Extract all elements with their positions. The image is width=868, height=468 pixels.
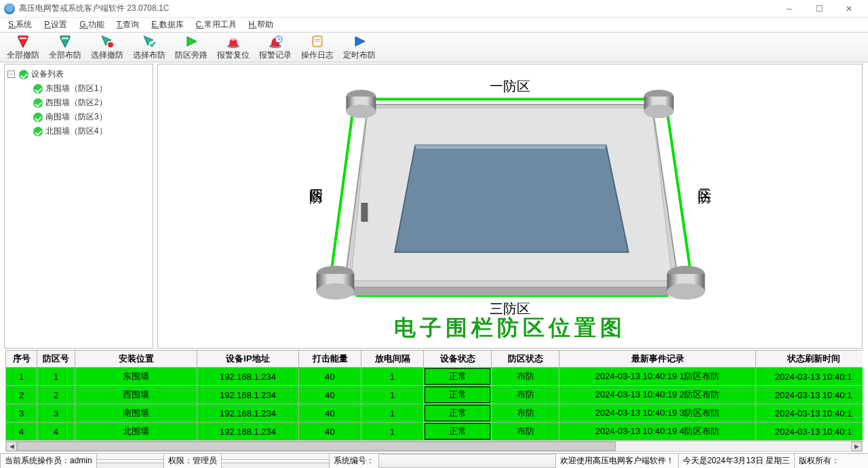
play-blue-icon [352, 34, 367, 49]
horizontal-scrollbar[interactable]: ◀ ▶ [5, 441, 863, 452]
alarm-log-button[interactable]: 报警记录 [255, 34, 296, 61]
play-green-icon [184, 34, 199, 49]
svg-rect-20 [361, 203, 368, 222]
cursor-check-icon [142, 34, 157, 49]
status-ok-icon [33, 98, 43, 108]
menu-function[interactable]: G.功能 [74, 18, 110, 32]
table-row[interactable]: 11东围墙192.168.1.234401正常布防2024-03-13 10:4… [6, 368, 863, 386]
status-date: 今天是2024年3月13日 星期三 [678, 453, 795, 468]
cursor-select-icon [100, 34, 115, 49]
svg-rect-1 [62, 37, 68, 39]
status-operator: 当前系统操作员：admin [0, 453, 97, 468]
op-log-button[interactable]: 操作日志 [297, 34, 338, 61]
select-disarm-button[interactable]: 选择撤防 [87, 34, 127, 61]
menu-query[interactable]: T.查询 [111, 18, 144, 32]
col-recent[interactable]: 最新事件记录 [559, 351, 756, 368]
menu-tools[interactable]: C.常用工具 [191, 18, 242, 32]
status-welcome: 欢迎使用高压电网客户端软件！ [555, 453, 679, 468]
status-bar: 当前系统操作员：admin 权限：管理员 系统编号： 欢迎使用高压电网客户端软件… [0, 453, 868, 468]
col-energy[interactable]: 打击能量 [299, 351, 361, 368]
col-zone-status[interactable]: 防区状态 [492, 351, 559, 368]
zone-right-label: 二防区 [697, 189, 711, 204]
zone-top-label: 一防区 [490, 79, 530, 94]
app-icon [4, 3, 15, 14]
alarm-clock-icon [268, 34, 283, 49]
menu-help[interactable]: H.帮助 [243, 18, 279, 32]
zone-bypass-button[interactable]: 防区旁路 [171, 34, 212, 61]
status-ok-icon [33, 113, 43, 122]
status-table[interactable]: 序号 防区号 安装位置 设备IP地址 打击能量 放电间隔 设备状态 防区状态 最… [5, 350, 863, 441]
title-bar: 高压电网警戒系统客户端软件 23.0708.1C ─ ☐ ✕ [0, 0, 868, 18]
table-row[interactable]: 33南围墙192.168.1.234401正常布防2024-03-13 10:4… [6, 404, 863, 423]
table-row[interactable]: 44北围墙192.168.1.234401正常布防2024-03-13 10:4… [6, 423, 863, 441]
status-table-panel: 序号 防区号 安装位置 设备IP地址 打击能量 放电间隔 设备状态 防区状态 最… [5, 350, 863, 452]
svg-point-2 [108, 42, 113, 47]
alarm-light-icon [226, 34, 241, 49]
minimize-button[interactable]: ─ [774, 1, 804, 17]
svg-point-23 [346, 104, 376, 118]
svg-rect-0 [20, 37, 26, 39]
tree-root-label: 设备列表 [31, 69, 64, 80]
svg-point-29 [317, 284, 355, 300]
status-role: 权限：管理员 [163, 453, 222, 468]
zone-bottom-label: 三防区 [490, 301, 530, 316]
col-interval[interactable]: 放电间隔 [361, 351, 424, 368]
col-refresh[interactable]: 状态刷新时间 [756, 351, 863, 368]
status-ok-icon [33, 127, 43, 136]
svg-point-32 [667, 284, 705, 300]
select-arm-button[interactable]: 选择布防 [129, 34, 170, 61]
tree-item-west[interactable]: 西围墙（防区2） [6, 96, 151, 110]
scroll-thumb[interactable] [17, 442, 616, 451]
toolbar: 全部撤防 全部布防 选择撤防 选择布防 防区旁路 报警复位 报警记录 操作日志 … [0, 33, 868, 62]
svg-point-4 [231, 38, 235, 41]
svg-marker-16 [337, 288, 686, 296]
col-zone-no[interactable]: 防区号 [37, 351, 75, 368]
fence-map-panel: 一防区 三防区 四防区 二防区 电子围栏防区位置图 [157, 64, 863, 349]
shield-red-icon [16, 34, 31, 49]
disarm-all-button[interactable]: 全部撤防 [3, 34, 43, 61]
status-sysid: 系统编号： [329, 453, 379, 468]
menu-database[interactable]: E.数据库 [146, 18, 189, 32]
window-title: 高压电网警戒系统客户端软件 23.0708.1C [19, 3, 774, 14]
main-area: − 设备列表 东围墙（防区1） 西围墙（防区2） 南围墙（防区3） 北围墙（防区… [0, 62, 868, 350]
svg-marker-18 [395, 145, 628, 252]
menu-system[interactable]: S.系统 [3, 18, 37, 32]
tree-item-south[interactable]: 南围墙（防区3） [6, 110, 151, 124]
status-ok-icon [19, 70, 28, 79]
arm-all-button[interactable]: 全部布防 [45, 34, 85, 61]
log-book-icon [310, 34, 325, 49]
map-title: 电子围栏防区位置图 [394, 316, 626, 340]
status-ok-icon [33, 84, 43, 94]
tree-root-node[interactable]: − 设备列表 [6, 67, 151, 81]
tree-item-north[interactable]: 北围墙（防区4） [6, 124, 151, 138]
tree-item-east[interactable]: 东围墙（防区1） [6, 81, 151, 96]
fence-diagram: 一防区 三防区 四防区 二防区 电子围栏防区位置图 [158, 64, 862, 348]
shield-green-icon [58, 34, 73, 49]
col-seq[interactable]: 序号 [6, 351, 37, 368]
menu-bar: S.系统 P.设置 G.功能 T.查询 E.数据库 C.常用工具 H.帮助 [0, 18, 868, 33]
col-position[interactable]: 安装位置 [75, 351, 197, 368]
zone-left-label: 四防区 [309, 189, 322, 204]
status-copyright: 版权所有： [794, 453, 868, 468]
svg-marker-19 [415, 145, 606, 149]
collapse-icon[interactable]: − [7, 71, 15, 78]
menu-settings[interactable]: P.设置 [39, 18, 73, 32]
col-dev-status[interactable]: 设备状态 [424, 351, 492, 368]
scroll-left-button[interactable]: ◀ [6, 442, 17, 451]
timed-arm-button[interactable]: 定时布防 [339, 34, 380, 61]
device-tree-panel[interactable]: − 设备列表 东围墙（防区1） 西围墙（防区2） 南围墙（防区3） 北围墙（防区… [4, 64, 153, 349]
svg-point-26 [644, 104, 674, 118]
maximize-button[interactable]: ☐ [804, 1, 834, 17]
table-row[interactable]: 22西围墙192.168.1.234401正常布防2024-03-13 10:4… [6, 386, 863, 404]
close-button[interactable]: ✕ [834, 1, 864, 17]
col-ip[interactable]: 设备IP地址 [197, 351, 299, 368]
alarm-reset-button[interactable]: 报警复位 [213, 34, 254, 61]
scroll-right-button[interactable]: ▶ [851, 442, 862, 451]
